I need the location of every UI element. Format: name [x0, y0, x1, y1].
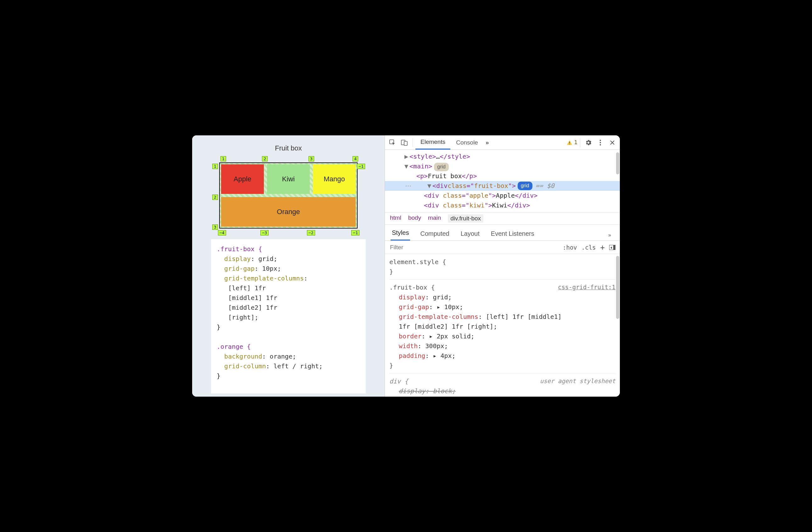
tab-console[interactable]: Console: [451, 136, 483, 149]
crumb-main[interactable]: main: [428, 214, 441, 223]
col-label-neg1: −1: [351, 230, 360, 236]
row-label-neg1: −1: [357, 164, 365, 169]
cell-mango[interactable]: Mango: [313, 164, 356, 194]
svg-point-5: [600, 140, 601, 141]
toggle-sidebar-icon[interactable]: [609, 245, 615, 250]
subtab-layout[interactable]: Layout: [460, 228, 481, 240]
app-window: Fruit box Apple Kiwi Mango Orange 1 2 3 …: [192, 135, 620, 397]
separator: [412, 138, 413, 147]
source-snippet: .fruit-box { display: grid; grid-gap: 10…: [211, 239, 366, 393]
inspect-icon[interactable]: [387, 137, 398, 148]
warnings-badge[interactable]: 1: [567, 139, 577, 146]
devtools-toolbar: Elements Console » 1: [385, 135, 620, 150]
subtab-events[interactable]: Event Listeners: [490, 228, 536, 240]
cell-apple[interactable]: Apple: [221, 164, 264, 194]
svg-point-6: [600, 142, 601, 143]
styles-tabs: Styles Computed Layout Event Listeners »: [385, 225, 620, 241]
ua-rule-selector: div {: [389, 377, 408, 386]
kebab-icon[interactable]: [595, 137, 606, 148]
ua-source: user agent stylesheet: [540, 377, 615, 386]
col-label-neg4: −4: [218, 230, 226, 236]
subtab-computed[interactable]: Computed: [419, 228, 450, 240]
svg-point-7: [600, 144, 601, 145]
subtab-overflow[interactable]: »: [605, 230, 614, 240]
device-toggle-icon[interactable]: [399, 137, 410, 148]
styles-filter-row: :hov .cls +: [385, 241, 620, 254]
snippet-sel-2: .orange {: [217, 343, 251, 350]
breadcrumb: html body main div.fruit-box: [385, 212, 620, 225]
grid-badge[interactable]: grid: [434, 163, 449, 171]
rule-source-link[interactable]: css-grid-fruit:1: [558, 283, 615, 292]
fruit-box-grid[interactable]: Apple Kiwi Mango Orange: [219, 163, 358, 228]
cls-button[interactable]: .cls: [581, 244, 596, 251]
col-label-2: 2: [262, 156, 267, 162]
svg-rect-4: [569, 143, 570, 144]
crumb-current[interactable]: div.fruit-box: [448, 214, 483, 223]
selected-dom-node[interactable]: ⋯▼<div class="fruit-box">grid == $0: [385, 181, 620, 191]
crumb-html[interactable]: html: [390, 214, 401, 223]
preview-title: Fruit box: [211, 144, 366, 152]
filter-input[interactable]: [389, 244, 558, 251]
page-preview-pane: Fruit box Apple Kiwi Mango Orange 1 2 3 …: [192, 135, 385, 397]
snippet-sel-1: .fruit-box {: [217, 245, 262, 253]
col-label-4: 4: [352, 156, 358, 162]
new-rule-button[interactable]: +: [600, 243, 605, 252]
col-label-neg3: −3: [260, 230, 269, 236]
gear-icon[interactable]: [583, 137, 594, 148]
crumb-body[interactable]: body: [408, 214, 421, 223]
subtab-styles[interactable]: Styles: [391, 227, 410, 240]
col-label-neg2: −2: [307, 230, 315, 236]
row-label-2: 2: [212, 195, 218, 200]
rule-selector-fruitbox[interactable]: .fruit-box {: [389, 283, 435, 292]
styles-panel[interactable]: element.style { } .fruit-box { css-grid-…: [385, 254, 620, 397]
devtools-pane: Elements Console » 1 ▶<style>…</style> ▼…: [385, 135, 620, 397]
col-label-3: 3: [308, 156, 314, 162]
tabs-overflow[interactable]: »: [484, 136, 491, 149]
cell-kiwi[interactable]: Kiwi: [267, 164, 310, 194]
row-label-1: 1: [212, 164, 218, 169]
hov-button[interactable]: :hov: [563, 244, 577, 251]
grid-badge-active[interactable]: grid: [518, 182, 533, 190]
close-icon[interactable]: [607, 137, 618, 148]
col-label-1: 1: [220, 156, 226, 162]
grid-overlay-wrap: Apple Kiwi Mango Orange 1 2 3 4 −4 −3 −2…: [211, 154, 366, 238]
scrollbar-thumb[interactable]: [616, 152, 619, 174]
cell-orange[interactable]: Orange: [221, 197, 356, 227]
element-style-selector[interactable]: element.style {: [389, 257, 615, 267]
styles-scrollbar-thumb[interactable]: [616, 256, 619, 319]
row-label-3: 3: [212, 224, 218, 230]
dom-tree[interactable]: ▶<style>…</style> ▼<main>grid <p>Fruit b…: [385, 150, 620, 212]
tab-elements[interactable]: Elements: [416, 135, 450, 150]
svg-rect-2: [404, 141, 407, 145]
svg-rect-3: [569, 142, 570, 143]
